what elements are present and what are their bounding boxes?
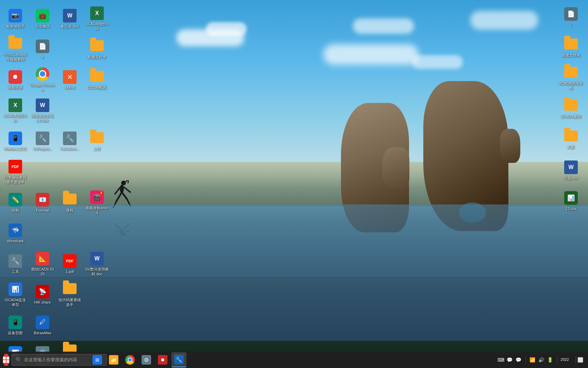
tray-chat1-icon[interactable]: 💬 <box>506 356 513 363</box>
icon-scada-project-xlsx[interactable]: X SCADA项目xlsx <box>2 95 29 126</box>
svg-line-4 <box>117 192 122 201</box>
icon-bdraw[interactable]: 🖊 BdrawMax <box>29 310 56 341</box>
icon-lesson-folder[interactable]: 课程 <box>56 187 83 218</box>
svg-line-6 <box>113 201 117 208</box>
icon-draw-app[interactable]: ✏️ 绘制 <box>2 187 29 218</box>
icon-hik-share[interactable]: 📡 HIK share <box>29 279 56 310</box>
svg-line-7 <box>127 199 130 206</box>
tray-network-icon[interactable]: 📶 <box>529 356 536 363</box>
icon-12csv[interactable]: 📊 12.csv <box>557 188 585 215</box>
svg-line-15 <box>127 223 130 227</box>
icon-fang-right[interactable]: 方案 <box>557 126 585 154</box>
svg-line-3 <box>115 188 120 194</box>
tray-divider <box>525 356 526 363</box>
icon-record[interactable]: ⏺ 录制录屏 <box>2 65 29 95</box>
icon-zhongkong-tutorial[interactable]: 中控SCADA软件视频教程 <box>2 34 29 65</box>
icon-lowcode-folder[interactable]: 低代码重量级选手 <box>56 279 83 310</box>
icon-right-new-folder[interactable]: 新建文件夹 <box>557 34 585 61</box>
tray-battery-icon[interactable]: 🔋 <box>547 356 554 363</box>
icon-google-chrome[interactable]: Google Chrome <box>29 65 56 95</box>
icon-dcom[interactable]: DCOM配置 <box>83 65 111 95</box>
icon-basic-manual-pdf[interactable]: PDF 结本编辑参视册手册.pdf <box>2 157 29 187</box>
taskbar-tray: ⌨ 💬 💬 📶 🔊 🔋 2022 ⬜ <box>497 356 585 363</box>
taskbar-clock[interactable]: 2022 <box>561 357 569 362</box>
svg-rect-17 <box>6 357 9 359</box>
svg-line-13 <box>122 227 127 230</box>
svg-line-11 <box>116 229 120 232</box>
icon-sv-tutorial-doc[interactable]: W SV数分使用教程.doc <box>83 249 111 279</box>
svg-line-14 <box>114 223 117 226</box>
taskbar-taskview[interactable]: ⊞ <box>90 352 105 367</box>
svg-point-8 <box>121 233 126 236</box>
svg-line-10 <box>124 230 130 233</box>
icon-scada-case-right[interactable]: SCADA案例 <box>557 96 585 123</box>
icon-scada-quote-xlsx[interactable]: X SCADA报价xlsx <box>83 3 111 34</box>
icon-enterprise-wechat[interactable]: 💼 企业微信 <box>29 3 56 34</box>
icon-scada-promo[interactable]: SCADA宣传资料 <box>557 65 585 92</box>
tray-volume-icon[interactable]: 🔊 <box>538 356 545 363</box>
icon-xmind[interactable]: ✕ XMind <box>56 65 83 95</box>
icon-gdcad[interactable]: 📐 图纸CAD9 2020 <box>29 249 56 279</box>
desktop: 📷 截屏辅助手 💼 企业微信 W 备忘录.doc X SCADA报价xlsx 中… <box>0 0 588 368</box>
icon-tools-app[interactable]: 🔧 工具 <box>2 249 29 279</box>
taskbar-red-app[interactable]: ■ <box>155 352 170 367</box>
taskbar-chrome[interactable] <box>122 352 137 367</box>
icon-screen-helper[interactable]: 📷 截屏辅助手 <box>2 3 29 34</box>
icon-1pdf[interactable]: PDF 1.pdf <box>56 249 83 279</box>
tray-chat2-icon[interactable]: 💬 <box>515 356 522 363</box>
taskbar-settings[interactable]: ⚙ <box>139 352 154 367</box>
icon-vxproject[interactable]: 🔧 VxProject... <box>29 126 56 157</box>
icon-mobile-input[interactable]: 📱 Mobile入方式 <box>2 126 29 157</box>
svg-line-2 <box>124 187 130 192</box>
svg-point-0 <box>121 181 126 185</box>
svg-rect-16 <box>3 357 6 359</box>
svg-line-12 <box>117 226 122 230</box>
icon-foxmail[interactable]: 📧 Foxmail <box>29 187 56 218</box>
tray-divider2 <box>557 356 557 363</box>
icon-video-fix-doc[interactable]: W 视频修改意见1.0.doc <box>29 95 56 126</box>
icon-wireshark[interactable]: 🦈 Wireshark <box>2 218 29 249</box>
taskbar-active-app[interactable]: 🔧 <box>172 352 186 367</box>
icon-wenjian-doc[interactable]: W 问题.doc <box>557 157 585 184</box>
icon-z-file[interactable]: 📄 z <box>29 34 56 65</box>
icon-new-folder-right[interactable]: 新建文件夹 <box>83 34 111 65</box>
tray-keyboard-icon[interactable]: ⌨ <box>497 356 504 363</box>
icon-notes-doc[interactable]: W 备忘录.doc <box>56 3 83 34</box>
svg-line-5 <box>122 192 127 199</box>
tray-show-desktop[interactable]: ⬜ <box>576 356 583 363</box>
svg-rect-19 <box>6 360 9 363</box>
desktop-icons-left: 📷 截屏辅助手 💼 企业微信 W 备忘录.doc X SCADA报价xlsx 中… <box>0 0 109 334</box>
svg-point-9 <box>120 230 124 234</box>
icon-devices-app[interactable]: 📱 设备型图 <box>2 310 29 341</box>
icon-video-xmind[interactable]: X 🎬 视频录制xmind <box>83 187 111 218</box>
icon-right-z[interactable]: 📄 z <box>557 3 585 31</box>
svg-rect-18 <box>3 360 6 363</box>
start-menu-icon[interactable] <box>3 354 10 366</box>
icon-iscada[interactable]: 📊 ISCADA监连单型 <box>2 279 29 310</box>
taskbar: 🔍 在这里输入你要搜索的内容 ⊞ 📁 ⚙ ■ 🔧 ⌨ 💬 💬 <box>0 352 588 368</box>
taskbar-explorer[interactable]: 📁 <box>106 352 121 367</box>
icon-vxcollect[interactable]: 🔧 VxCollect... <box>56 126 83 157</box>
icon-upload-folder[interactable]: 上传 <box>83 126 111 157</box>
search-placeholder: 在这里输入你要搜索的内容 <box>24 357 77 363</box>
desktop-icons-right: 📄 z 新建文件夹 SCADA宣传资料 SCADA案例 方案 <box>554 0 588 334</box>
